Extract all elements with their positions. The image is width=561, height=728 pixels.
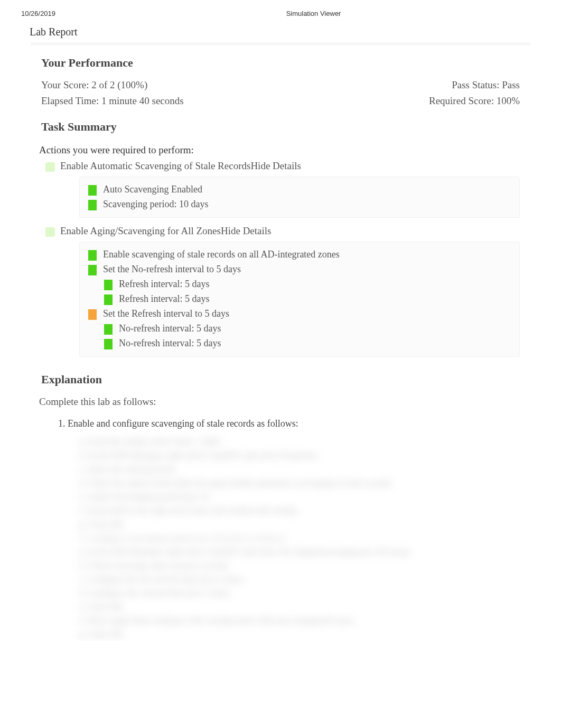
detail-row: Refresh interval: 5 days <box>88 277 511 292</box>
status-marker-icon <box>104 280 113 290</box>
header-app-title: Simulation Viewer <box>55 10 540 17</box>
detail-text: Set the Refresh interval to 5 days <box>103 308 229 319</box>
detail-row: Auto Scavenging Enabled <box>88 182 511 197</box>
detail-row: Set the Refresh interval to 5 days <box>88 307 511 321</box>
detail-row: Refresh interval: 5 days <box>88 292 511 307</box>
task-title-wrap: Enable Automatic Scavenging of Stale Rec… <box>60 160 301 172</box>
blurred-content: a. From the toolbar select Tools > DNS. … <box>0 430 561 639</box>
score-row: Your Score: 2 of 2 (100%) <box>41 77 382 93</box>
status-marker-icon <box>104 324 113 335</box>
detail-text: Refresh interval: 5 days <box>119 279 209 290</box>
detail-row: Set the No-refresh interval to 5 days <box>88 262 511 277</box>
page: 10/26/2019 Simulation Viewer Lab Report … <box>0 0 561 639</box>
detail-panel: Auto Scavenging Enabled Scavenging perio… <box>79 177 520 218</box>
task-row: Enable Aging/Scavenging for All ZonesHid… <box>0 223 561 238</box>
required-row: Required Score: 100% <box>382 93 520 109</box>
pass-value: Pass <box>502 79 520 90</box>
explanation-intro: Complete this lab as follows: <box>0 394 561 417</box>
explanation-heading: Explanation <box>0 362 561 394</box>
hide-details-link[interactable]: Hide Details <box>250 160 301 171</box>
performance-left: Your Score: 2 of 2 (100%) Elapsed Time: … <box>41 77 382 109</box>
task-title: Enable Automatic Scavenging of Stale Rec… <box>60 160 250 171</box>
explanation-step: 1. Enable and configure scavenging of st… <box>58 417 561 430</box>
required-label: Required Score: <box>429 95 497 106</box>
detail-text: Set the No-refresh interval to 5 days <box>103 264 241 275</box>
required-value: 100% <box>497 95 520 106</box>
detail-panel: Enable scavenging of stale records on al… <box>79 242 520 357</box>
status-marker-icon <box>88 250 97 261</box>
detail-text: Scavenging period: 10 days <box>103 199 208 210</box>
pass-row: Pass Status: Pass <box>382 77 520 93</box>
status-marker-icon <box>88 265 97 275</box>
check-icon <box>45 162 55 172</box>
hide-details-link[interactable]: Hide Details <box>221 225 272 236</box>
detail-row: No-refresh interval: 5 days <box>88 336 511 351</box>
detail-text: No-refresh interval: 5 days <box>119 338 221 349</box>
pass-label: Pass Status: <box>452 79 502 90</box>
elapsed-row: Elapsed Time: 1 minute 40 seconds <box>41 93 382 109</box>
task-title: Enable Aging/Scavenging for All Zones <box>60 225 221 236</box>
task-row: Enable Automatic Scavenging of Stale Rec… <box>0 158 561 173</box>
status-marker-icon <box>88 185 97 196</box>
explanation-list: 1. Enable and configure scavenging of st… <box>0 417 561 430</box>
elapsed-label: Elapsed Time: <box>41 95 101 106</box>
detail-text: No-refresh interval: 5 days <box>119 323 221 334</box>
detail-row: Enable scavenging of stale records on al… <box>88 247 511 262</box>
detail-text: Refresh interval: 5 days <box>119 293 209 305</box>
actions-label: Actions you were required to perform: <box>0 141 561 158</box>
status-marker-icon <box>88 200 97 210</box>
task-summary-heading: Task Summary <box>0 109 561 141</box>
status-marker-icon <box>104 294 113 305</box>
performance-block: Your Score: 2 of 2 (100%) Elapsed Time: … <box>0 77 561 109</box>
task-title-wrap: Enable Aging/Scavenging for All ZonesHid… <box>60 225 271 237</box>
score-label: Your Score: <box>41 79 91 90</box>
detail-text: Auto Scavenging Enabled <box>103 184 202 195</box>
header-date: 10/26/2019 <box>21 10 55 17</box>
performance-heading: Your Performance <box>0 45 561 77</box>
report-title: Lab Report <box>0 22 561 42</box>
check-icon <box>45 227 55 237</box>
status-marker-icon <box>88 309 97 320</box>
detail-row: No-refresh interval: 5 days <box>88 321 511 336</box>
detail-row: Scavenging period: 10 days <box>88 197 511 212</box>
score-value: 2 of 2 (100%) <box>91 79 147 90</box>
status-marker-icon <box>104 339 113 349</box>
performance-right: Pass Status: Pass Required Score: 100% <box>382 77 520 109</box>
page-header: 10/26/2019 Simulation Viewer <box>0 0 561 22</box>
elapsed-value: 1 minute 40 seconds <box>101 95 184 106</box>
detail-text: Enable scavenging of stale records on al… <box>103 249 340 260</box>
